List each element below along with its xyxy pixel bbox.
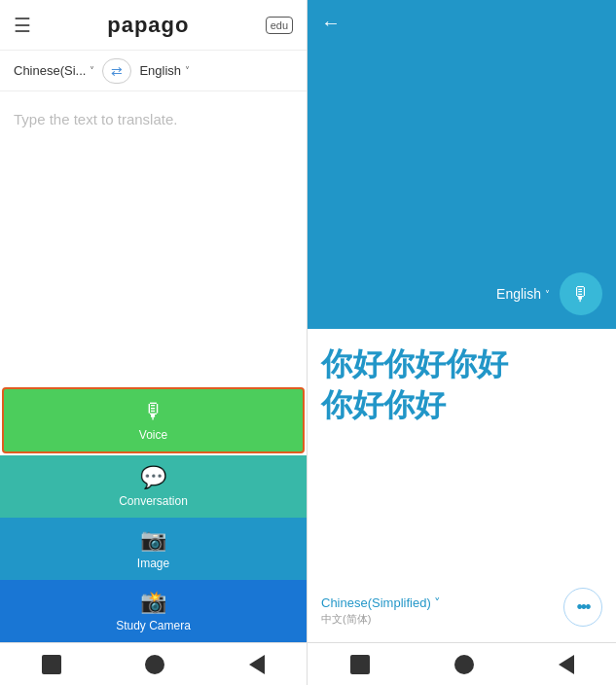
nav-square-button[interactable] — [42, 655, 61, 674]
microphone-button[interactable]: 🎙 — [560, 272, 602, 315]
image-icon: 📷 — [140, 527, 166, 553]
nav-circle-button[interactable] — [145, 655, 164, 674]
text-input-area[interactable]: Type the text to translate. — [0, 91, 307, 385]
target-language-selector[interactable]: English ˅ — [139, 63, 190, 78]
dots-icon: ••• — [577, 597, 590, 618]
right-language-selector[interactable]: English ˅ — [496, 286, 550, 302]
right-top-panel: ← English ˅ 🎙 — [308, 0, 616, 329]
study-camera-label: Study Camera — [116, 619, 191, 632]
app-header: ☰ papago edu — [0, 0, 307, 51]
left-panel: ☰ papago edu Chinese(Si... ˅ ⇄ English ˅… — [0, 0, 308, 685]
translation-text: 你好你好你好你好你好 — [321, 344, 602, 578]
voice-menu-item[interactable]: 🎙 Voice — [2, 387, 305, 453]
voice-label: Voice — [139, 428, 167, 442]
back-button[interactable]: ← — [308, 0, 616, 46]
source-language-selector[interactable]: Chinese(Si... ˅ — [14, 63, 94, 78]
right-bottom-row: Chinese(Simplified) ˅ 中文(简体) ••• — [321, 588, 602, 627]
left-bottom-nav — [0, 642, 307, 685]
right-bottom-nav — [308, 642, 616, 685]
target-chevron-icon: ˅ — [185, 65, 190, 76]
source-language-sub: 中文(简体) — [321, 612, 441, 627]
conversation-menu-item[interactable]: 💬 Conversation — [0, 455, 307, 518]
edu-icon: edu — [266, 17, 293, 34]
swap-icon: ⇄ — [111, 63, 123, 79]
right-bottom-panel: 你好你好你好你好你好 Chinese(Simplified) ˅ 中文(简体) … — [308, 329, 616, 642]
app-logo: papago — [107, 13, 189, 38]
source-language-label: Chinese(Si... — [14, 63, 86, 78]
swap-language-button[interactable]: ⇄ — [102, 58, 131, 84]
image-menu-item[interactable]: 📷 Image — [0, 518, 307, 580]
source-language-main: Chinese(Simplified) ˅ — [321, 595, 441, 610]
bottom-menu: 🎙 Voice 💬 Conversation 📷 Image 📸 Study C… — [0, 385, 307, 642]
right-nav-square-button[interactable] — [350, 655, 370, 674]
nav-back-button[interactable] — [249, 655, 265, 674]
study-camera-menu-item[interactable]: 📸 Study Camera — [0, 580, 307, 642]
study-camera-icon: 📸 — [140, 590, 166, 615]
right-lang-row: English ˅ 🎙 — [496, 272, 602, 315]
more-options-button[interactable]: ••• — [563, 588, 602, 627]
voice-icon: 🎙 — [143, 399, 164, 424]
mic-icon: 🎙 — [571, 283, 591, 306]
right-chevron-icon: ˅ — [545, 289, 550, 300]
target-language-label: English — [139, 63, 181, 78]
image-label: Image — [137, 557, 169, 570]
input-placeholder: Type the text to translate. — [14, 111, 177, 127]
conversation-icon: 💬 — [140, 465, 166, 490]
conversation-label: Conversation — [119, 494, 188, 508]
hamburger-icon[interactable]: ☰ — [14, 14, 31, 37]
source-chevron-icon: ˅ — [90, 65, 94, 76]
language-bar: Chinese(Si... ˅ ⇄ English ˅ — [0, 51, 307, 91]
right-nav-circle-button[interactable] — [454, 655, 474, 674]
source-language-info[interactable]: Chinese(Simplified) ˅ 中文(简体) — [321, 595, 441, 627]
right-panel: ← English ˅ 🎙 你好你好你好你好你好 Chinese(Simplif… — [308, 0, 616, 685]
right-nav-back-button[interactable] — [559, 655, 574, 674]
right-language-label: English — [496, 286, 541, 302]
